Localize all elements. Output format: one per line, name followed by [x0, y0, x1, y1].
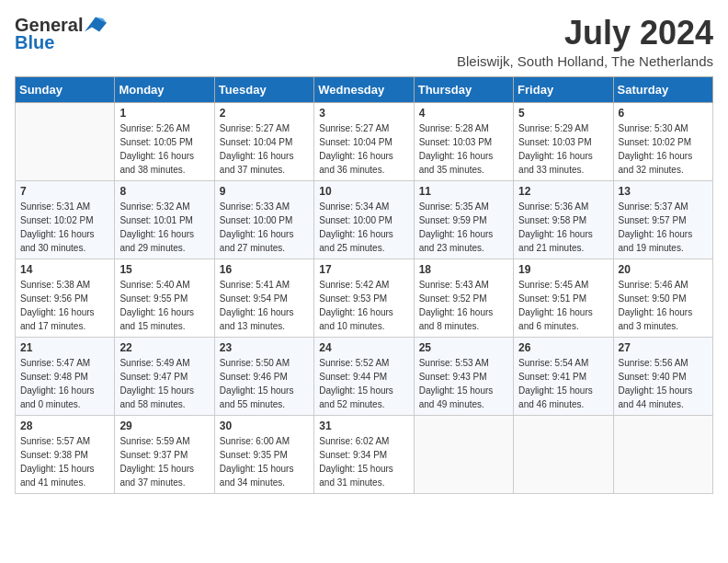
- month-title: July 2024: [457, 15, 713, 52]
- day-info: Sunrise: 5:42 AMSunset: 9:53 PMDaylight:…: [319, 278, 408, 333]
- day-number: 16: [220, 263, 309, 276]
- day-info: Sunrise: 5:26 AMSunset: 10:05 PMDaylight…: [119, 121, 209, 177]
- calendar-week-row: 21Sunrise: 5:47 AMSunset: 9:48 PMDayligh…: [16, 337, 713, 415]
- day-number: 25: [419, 341, 508, 354]
- calendar-cell: [613, 415, 712, 493]
- day-number: 10: [319, 185, 408, 198]
- day-info: Sunrise: 5:57 AMSunset: 9:38 PMDaylight:…: [20, 434, 109, 489]
- calendar-cell: 11Sunrise: 5:35 AMSunset: 9:59 PMDayligh…: [414, 180, 513, 259]
- day-number: 20: [619, 263, 708, 276]
- day-info: Sunrise: 5:36 AMSunset: 9:58 PMDaylight:…: [518, 200, 608, 255]
- calendar-cell: 29Sunrise: 5:59 AMSunset: 9:37 PMDayligh…: [115, 415, 214, 493]
- calendar-cell: [16, 102, 115, 180]
- day-number: 21: [20, 341, 109, 354]
- calendar-week-row: 14Sunrise: 5:38 AMSunset: 9:56 PMDayligh…: [16, 259, 713, 337]
- logo: General Blue: [15, 15, 107, 53]
- calendar-cell: 7Sunrise: 5:31 AMSunset: 10:02 PMDayligh…: [16, 180, 115, 259]
- day-info: Sunrise: 5:50 AMSunset: 9:46 PMDaylight:…: [220, 356, 309, 411]
- day-info: Sunrise: 5:27 AMSunset: 10:04 PMDaylight…: [319, 121, 408, 177]
- calendar-cell: 12Sunrise: 5:36 AMSunset: 9:58 PMDayligh…: [514, 180, 613, 259]
- calendar-cell: 15Sunrise: 5:40 AMSunset: 9:55 PMDayligh…: [115, 259, 214, 337]
- day-number: 31: [319, 419, 408, 432]
- day-info: Sunrise: 5:46 AMSunset: 9:50 PMDaylight:…: [619, 278, 708, 333]
- day-info: Sunrise: 5:56 AMSunset: 9:40 PMDaylight:…: [619, 356, 708, 411]
- day-number: 4: [419, 107, 508, 120]
- calendar-cell: 27Sunrise: 5:56 AMSunset: 9:40 PMDayligh…: [613, 337, 712, 415]
- calendar-table: SundayMondayTuesdayWednesdayThursdayFrid…: [15, 76, 713, 494]
- calendar-cell: 17Sunrise: 5:42 AMSunset: 9:53 PMDayligh…: [314, 259, 414, 337]
- calendar-cell: 2Sunrise: 5:27 AMSunset: 10:04 PMDayligh…: [214, 102, 313, 180]
- day-info: Sunrise: 5:52 AMSunset: 9:44 PMDaylight:…: [319, 356, 408, 411]
- calendar-week-row: 7Sunrise: 5:31 AMSunset: 10:02 PMDayligh…: [16, 180, 713, 259]
- calendar-cell: 22Sunrise: 5:49 AMSunset: 9:47 PMDayligh…: [115, 337, 214, 415]
- day-number: 8: [119, 185, 209, 198]
- calendar-cell: 14Sunrise: 5:38 AMSunset: 9:56 PMDayligh…: [16, 259, 115, 337]
- day-info: Sunrise: 5:49 AMSunset: 9:47 PMDaylight:…: [119, 356, 209, 411]
- calendar-cell: 21Sunrise: 5:47 AMSunset: 9:48 PMDayligh…: [16, 337, 115, 415]
- day-number: 15: [119, 263, 209, 276]
- calendar-cell: 26Sunrise: 5:54 AMSunset: 9:41 PMDayligh…: [514, 337, 613, 415]
- column-header-tuesday: Tuesday: [214, 76, 313, 102]
- column-header-thursday: Thursday: [414, 76, 513, 102]
- day-number: 13: [619, 185, 708, 198]
- day-info: Sunrise: 5:32 AMSunset: 10:01 PMDaylight…: [119, 200, 209, 255]
- calendar-cell: 10Sunrise: 5:34 AMSunset: 10:00 PMDaylig…: [314, 180, 414, 259]
- day-info: Sunrise: 5:33 AMSunset: 10:00 PMDaylight…: [220, 200, 309, 255]
- calendar-cell: 8Sunrise: 5:32 AMSunset: 10:01 PMDayligh…: [115, 180, 214, 259]
- day-number: 11: [419, 185, 508, 198]
- calendar-cell: 25Sunrise: 5:53 AMSunset: 9:43 PMDayligh…: [414, 337, 513, 415]
- calendar-week-row: 28Sunrise: 5:57 AMSunset: 9:38 PMDayligh…: [16, 415, 713, 493]
- day-info: Sunrise: 5:27 AMSunset: 10:04 PMDaylight…: [220, 121, 309, 177]
- column-header-friday: Friday: [514, 76, 613, 102]
- day-number: 14: [20, 263, 109, 276]
- calendar-cell: 18Sunrise: 5:43 AMSunset: 9:52 PMDayligh…: [414, 259, 513, 337]
- day-number: 30: [220, 419, 309, 432]
- day-info: Sunrise: 5:29 AMSunset: 10:03 PMDaylight…: [518, 121, 608, 177]
- title-section: July 2024 Bleiswijk, South Holland, The …: [457, 15, 713, 69]
- day-number: 19: [518, 263, 608, 276]
- day-info: Sunrise: 5:41 AMSunset: 9:54 PMDaylight:…: [220, 278, 309, 333]
- calendar-cell: 13Sunrise: 5:37 AMSunset: 9:57 PMDayligh…: [613, 180, 712, 259]
- day-number: 17: [319, 263, 408, 276]
- day-info: Sunrise: 5:35 AMSunset: 9:59 PMDaylight:…: [419, 200, 508, 255]
- day-info: Sunrise: 5:31 AMSunset: 10:02 PMDaylight…: [20, 200, 109, 255]
- location-subtitle: Bleiswijk, South Holland, The Netherland…: [457, 53, 713, 69]
- day-info: Sunrise: 5:53 AMSunset: 9:43 PMDaylight:…: [419, 356, 508, 411]
- day-info: Sunrise: 6:02 AMSunset: 9:34 PMDaylight:…: [319, 434, 408, 489]
- day-number: 22: [119, 341, 209, 354]
- calendar-cell: 28Sunrise: 5:57 AMSunset: 9:38 PMDayligh…: [16, 415, 115, 493]
- column-header-saturday: Saturday: [613, 76, 712, 102]
- logo-blue-text: Blue: [15, 32, 54, 53]
- day-info: Sunrise: 6:00 AMSunset: 9:35 PMDaylight:…: [220, 434, 309, 489]
- calendar-week-row: 1Sunrise: 5:26 AMSunset: 10:05 PMDayligh…: [16, 102, 713, 180]
- logo-bird-icon: [85, 17, 107, 35]
- day-info: Sunrise: 5:47 AMSunset: 9:48 PMDaylight:…: [20, 356, 109, 411]
- calendar-cell: 30Sunrise: 6:00 AMSunset: 9:35 PMDayligh…: [214, 415, 313, 493]
- calendar-cell: 31Sunrise: 6:02 AMSunset: 9:34 PMDayligh…: [314, 415, 414, 493]
- page-header: General Blue July 2024 Bleiswijk, South …: [15, 15, 713, 69]
- column-header-monday: Monday: [115, 76, 214, 102]
- day-number: 28: [20, 419, 109, 432]
- day-info: Sunrise: 5:59 AMSunset: 9:37 PMDaylight:…: [119, 434, 209, 489]
- calendar-cell: 1Sunrise: 5:26 AMSunset: 10:05 PMDayligh…: [115, 102, 214, 180]
- day-info: Sunrise: 5:30 AMSunset: 10:02 PMDaylight…: [619, 121, 708, 177]
- day-number: 24: [319, 341, 408, 354]
- calendar-cell: 16Sunrise: 5:41 AMSunset: 9:54 PMDayligh…: [214, 259, 313, 337]
- day-info: Sunrise: 5:34 AMSunset: 10:00 PMDaylight…: [319, 200, 408, 255]
- calendar-cell: 6Sunrise: 5:30 AMSunset: 10:02 PMDayligh…: [613, 102, 712, 180]
- day-info: Sunrise: 5:37 AMSunset: 9:57 PMDaylight:…: [619, 200, 708, 255]
- calendar-cell: 20Sunrise: 5:46 AMSunset: 9:50 PMDayligh…: [613, 259, 712, 337]
- day-info: Sunrise: 5:45 AMSunset: 9:51 PMDaylight:…: [518, 278, 608, 333]
- day-number: 23: [220, 341, 309, 354]
- day-number: 7: [20, 185, 109, 198]
- day-info: Sunrise: 5:38 AMSunset: 9:56 PMDaylight:…: [20, 278, 109, 333]
- day-number: 12: [518, 185, 608, 198]
- calendar-cell: 3Sunrise: 5:27 AMSunset: 10:04 PMDayligh…: [314, 102, 414, 180]
- day-number: 5: [518, 107, 608, 120]
- calendar-cell: 5Sunrise: 5:29 AMSunset: 10:03 PMDayligh…: [514, 102, 613, 180]
- calendar-cell: 9Sunrise: 5:33 AMSunset: 10:00 PMDayligh…: [214, 180, 313, 259]
- calendar-cell: 19Sunrise: 5:45 AMSunset: 9:51 PMDayligh…: [514, 259, 613, 337]
- day-number: 26: [518, 341, 608, 354]
- calendar-header-row: SundayMondayTuesdayWednesdayThursdayFrid…: [16, 76, 713, 102]
- day-number: 6: [619, 107, 708, 120]
